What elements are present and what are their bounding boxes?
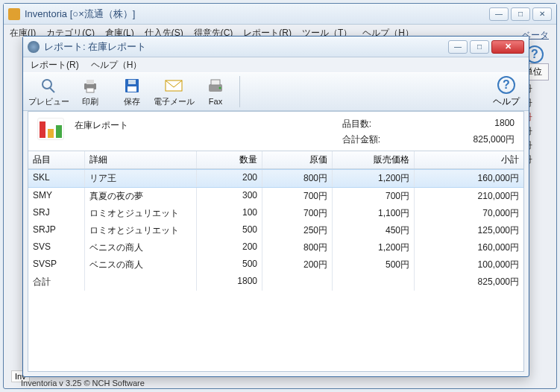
table-row[interactable]: SRJPロミオとジュリエット500250円450円125,000円 [28, 222, 523, 239]
maximize-button[interactable]: □ [511, 7, 530, 21]
toolbar-separator [239, 76, 240, 107]
svg-rect-4 [86, 88, 94, 92]
report-titlebar: レポート: 在庫レポート ― □ ✕ [23, 37, 529, 57]
printer-icon [81, 77, 100, 95]
svg-rect-10 [211, 80, 220, 85]
report-menu-report[interactable]: レポート(R) [31, 59, 79, 72]
svg-line-1 [50, 88, 54, 92]
col-qty[interactable]: 数量 [197, 151, 262, 168]
fax-button[interactable]: Fax [195, 76, 236, 107]
report-maximize-button[interactable]: □ [470, 40, 489, 54]
magnifier-icon [39, 77, 58, 95]
fax-icon [206, 78, 225, 95]
save-button[interactable]: 保存 [111, 75, 153, 109]
grid-header: 品目 詳細 数量 原価 販売価格 小計 [28, 151, 523, 169]
preview-button[interactable]: プレビュー [28, 75, 69, 109]
report-title: レポート: 在庫レポート [44, 40, 448, 54]
report-close-button[interactable]: ✕ [491, 40, 524, 54]
toolbar: プレビュー 印刷 保存 電子メール Fax ? ヘルプ [23, 72, 529, 111]
table-total-row: 合計1800825,000円 [28, 274, 523, 291]
count-label: 品目数: [342, 118, 380, 130]
report-icon [28, 41, 40, 53]
table-row[interactable]: SRJロミオとジュリエット100700円1,100円70,000円 [28, 205, 523, 222]
minimize-button[interactable]: ― [489, 7, 509, 21]
report-menu-help[interactable]: ヘルプ（H） [91, 59, 142, 72]
svg-point-0 [43, 80, 51, 89]
table-row[interactable]: SVSベニスの商人200800円1,200円160,000円 [28, 239, 523, 256]
report-body: 在庫レポート 品目数: 1800 合計金額: 825,000円 品目 詳細 数量… [28, 111, 524, 372]
total-label: 合計金額: [342, 133, 380, 146]
svg-rect-3 [86, 80, 94, 84]
table-row[interactable]: SMY真夏の夜の夢300700円700円210,000円 [28, 188, 523, 205]
report-minimize-button[interactable]: ― [448, 40, 468, 54]
report-menu: レポート(R) ヘルプ（H） [23, 57, 529, 72]
col-desc[interactable]: 詳細 [85, 151, 197, 168]
col-sub[interactable]: 小計 [415, 151, 523, 168]
summary-row: 在庫レポート 品目数: 1800 合計金額: 825,000円 [28, 112, 523, 151]
envelope-icon [164, 77, 183, 95]
col-cost[interactable]: 原価 [262, 151, 333, 168]
svg-rect-7 [128, 86, 136, 92]
table-row[interactable]: SVSPベニスの商人500200円500円100,000円 [28, 256, 523, 274]
copyright: Inventoria v 3.25 © NCH Software [21, 379, 145, 388]
print-button[interactable]: 印刷 [69, 75, 111, 109]
email-button[interactable]: 電子メール [153, 75, 195, 109]
main-titlebar: Inventoria [○×流通（株）] ― □ ✕ [4, 4, 556, 25]
svg-rect-6 [128, 80, 136, 84]
summary-title: 在庫レポート [75, 118, 332, 132]
app-icon [8, 8, 20, 20]
toolbar-help-button[interactable]: ? ヘルプ [488, 76, 524, 108]
help-icon: ? [497, 76, 515, 94]
grid-body: SKLリア王200800円1,200円160,000円SMY真夏の夜の夢3007… [28, 169, 523, 291]
floppy-icon [122, 77, 142, 95]
total-value: 825,000円 [410, 133, 515, 146]
count-value: 1800 [410, 118, 515, 130]
col-code[interactable]: 品目 [28, 151, 85, 168]
col-price[interactable]: 販売価格 [333, 151, 415, 168]
close-button[interactable]: ✕ [532, 7, 552, 21]
main-title: Inventoria [○×流通（株）] [25, 7, 489, 21]
table-row[interactable]: SKLリア王200800円1,200円160,000円 [28, 169, 523, 188]
chart-icon [37, 118, 64, 140]
report-window: レポート: 在庫レポート ― □ ✕ レポート(R) ヘルプ（H） プレビュー … [22, 36, 529, 377]
svg-point-11 [219, 87, 221, 89]
